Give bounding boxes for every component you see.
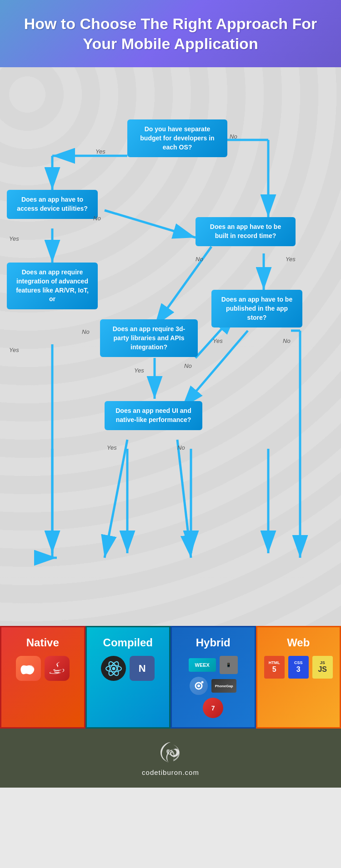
native-icons <box>16 656 70 681</box>
question-q1: Do you have separate budget for develope… <box>127 119 227 157</box>
label-q5-no: No <box>283 337 291 344</box>
svg-point-24 <box>112 667 115 670</box>
svg-point-29 <box>197 684 200 687</box>
svg-point-30 <box>201 681 204 684</box>
result-web-label: Web <box>287 636 310 649</box>
question-q3: Does an app have to be built in record t… <box>196 217 296 246</box>
result-native-label: Native <box>26 636 59 649</box>
footer: codetiburon.com <box>0 729 341 788</box>
result-compiled: Compiled N <box>85 626 171 729</box>
label-q3-no: No <box>196 256 203 263</box>
ionic-icon <box>190 677 208 695</box>
label-q4-yes: Yes <box>9 347 19 353</box>
hybrid-icons: WEEX 📱 PhoneGap <box>189 656 238 718</box>
question-q6: Does an app require 3d-party libraries a… <box>100 319 198 357</box>
question-q2: Does an app have to access device utilit… <box>7 190 98 218</box>
logo-icon <box>157 740 184 765</box>
css3-icon: CSS 3 <box>288 656 309 679</box>
label-q2-no: No <box>93 215 101 222</box>
result-compiled-label: Compiled <box>103 636 153 649</box>
label-q1-no: No <box>230 133 237 140</box>
question-q7: Does an app need UI and native-like perf… <box>105 401 202 430</box>
web-icons: HTML 5 CSS 3 JS JS <box>264 656 333 679</box>
result-web: Web HTML 5 CSS 3 JS JS <box>256 626 341 729</box>
label-q6-yes: Yes <box>134 367 144 374</box>
flowchart-area: Do you have separate budget for develope… <box>0 67 341 626</box>
svg-line-6 <box>105 210 196 238</box>
question-q4: Does an app require integration of advan… <box>7 263 98 309</box>
question-q5: Does an app have to be published in the … <box>211 290 302 327</box>
result-native: Native <box>0 626 85 729</box>
brand-name: codetiburon.com <box>142 769 199 776</box>
label-q6-no: No <box>184 362 192 369</box>
framework7-icon: 7 <box>203 698 223 718</box>
results-row: Native Compiled <box>0 626 341 729</box>
cordova-icon: 📱 <box>220 656 238 674</box>
result-hybrid-label: Hybrid <box>196 636 231 649</box>
label-q4-no: No <box>82 328 90 335</box>
label-q2-yes: Yes <box>9 235 19 242</box>
header: How to Choose The Right Approach For You… <box>0 0 341 67</box>
react-native-icon <box>101 656 126 681</box>
compiled-icons: N <box>101 656 155 681</box>
page-title: How to Choose The Right Approach For You… <box>18 14 323 54</box>
label-q5-yes: Yes <box>213 337 223 344</box>
label-q1-yes: Yes <box>95 148 105 155</box>
weex-icon: WEEX <box>189 658 216 672</box>
js-icon: JS JS <box>312 656 333 679</box>
swift-icon <box>16 656 41 681</box>
phonegap-icon: PhoneGap <box>211 679 236 693</box>
java-icon <box>45 656 70 681</box>
result-hybrid: Hybrid WEEX 📱 <box>170 626 256 729</box>
nativescript-icon: N <box>130 656 155 681</box>
html5-icon: HTML 5 <box>264 656 285 679</box>
label-q3-yes: Yes <box>286 256 296 263</box>
